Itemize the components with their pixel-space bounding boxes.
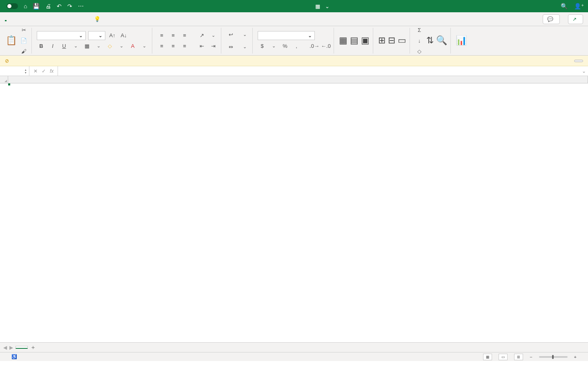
tab-formulas[interactable] bbox=[44, 18, 46, 21]
comma-icon[interactable]: , bbox=[292, 42, 301, 51]
page-break-view-icon[interactable]: ⊞ bbox=[514, 354, 523, 360]
tab-draw[interactable] bbox=[24, 18, 26, 21]
font-size-select[interactable]: ⌄ bbox=[88, 31, 105, 40]
number-format-select[interactable]: ⌄ bbox=[258, 31, 315, 40]
ribbon-tabs: 💡 💬 ↗ bbox=[0, 12, 588, 26]
cancel-formula-icon[interactable]: ✕ bbox=[33, 68, 38, 74]
excel-icon: ▦ bbox=[315, 3, 320, 9]
tab-page-layout[interactable] bbox=[34, 18, 36, 21]
restart-button[interactable] bbox=[574, 60, 583, 62]
zoom-in-button[interactable]: + bbox=[574, 355, 577, 359]
find-select-button[interactable]: 🔍 bbox=[436, 36, 447, 46]
fill-color-icon[interactable]: ◇ bbox=[105, 42, 114, 51]
align-left-icon[interactable]: ≡ bbox=[157, 42, 166, 51]
copy-icon[interactable]: 📄 bbox=[19, 36, 28, 45]
enter-formula-icon[interactable]: ✓ bbox=[42, 68, 46, 74]
tab-data[interactable] bbox=[54, 18, 56, 21]
undo-icon[interactable]: ↶ bbox=[57, 3, 62, 9]
decrease-indent-icon[interactable]: ⇤ bbox=[197, 42, 206, 51]
sheet-prev-icon[interactable]: ◀ bbox=[3, 345, 7, 350]
align-middle-icon[interactable]: ≡ bbox=[169, 31, 178, 40]
comments-button[interactable]: 💬 bbox=[543, 14, 560, 24]
decrease-font-icon[interactable]: A↓ bbox=[119, 31, 128, 40]
status-bar: ♿ ▦ ▭ ⊞ − + bbox=[0, 352, 588, 361]
cut-icon[interactable]: ✂ bbox=[19, 26, 28, 35]
borders-icon[interactable]: ▦ bbox=[82, 42, 91, 51]
fill-icon[interactable]: ↓ bbox=[415, 36, 424, 45]
bold-icon[interactable]: B bbox=[37, 42, 46, 51]
tell-me[interactable]: 💡 bbox=[93, 14, 103, 24]
insert-cells-button[interactable]: ⊞ bbox=[378, 36, 385, 46]
redo-icon[interactable]: ↷ bbox=[67, 3, 72, 9]
name-box[interactable]: ▴▾ bbox=[0, 66, 29, 76]
merge-center-button[interactable]: ⇔ ⌄ bbox=[226, 43, 249, 52]
font-color-icon[interactable]: A bbox=[128, 42, 137, 51]
tab-view[interactable] bbox=[74, 18, 75, 21]
zoom-out-button[interactable]: − bbox=[530, 355, 532, 359]
sort-filter-button[interactable]: ⇅ bbox=[426, 36, 434, 46]
tab-insert[interactable] bbox=[15, 18, 16, 21]
expand-formula-icon[interactable]: ⌄ bbox=[580, 66, 588, 76]
chevron-down-icon: ⌄ bbox=[325, 3, 330, 9]
italic-icon[interactable]: I bbox=[48, 42, 57, 51]
increase-font-icon[interactable]: A↑ bbox=[108, 31, 117, 40]
increase-decimal-icon[interactable]: .0→ bbox=[310, 42, 319, 51]
increase-indent-icon[interactable]: ⇥ bbox=[209, 42, 218, 51]
paste-button[interactable]: 📋 bbox=[6, 36, 17, 46]
save-icon[interactable]: 💾 bbox=[33, 3, 40, 9]
home-icon[interactable]: ⌂ bbox=[24, 3, 27, 9]
analyze-data-button[interactable]: 📊 bbox=[456, 36, 467, 46]
accessibility-status[interactable]: ♿ bbox=[11, 354, 17, 359]
orientation-icon[interactable]: ↗ bbox=[197, 31, 206, 40]
conditional-formatting-button[interactable]: ▦ bbox=[339, 36, 347, 46]
align-center-icon[interactable]: ≡ bbox=[169, 42, 178, 51]
align-bottom-icon[interactable]: ≡ bbox=[180, 31, 189, 40]
tab-home[interactable] bbox=[5, 17, 7, 21]
underline-icon[interactable]: U bbox=[60, 42, 69, 51]
search-icon[interactable]: 🔍 bbox=[561, 3, 568, 9]
spreadsheet-grid[interactable] bbox=[0, 76, 588, 342]
share-menu-icon[interactable]: 👤⁺ bbox=[574, 3, 584, 9]
fx-icon[interactable]: fx bbox=[50, 68, 53, 74]
align-right-icon[interactable]: ≡ bbox=[180, 42, 189, 51]
format-as-table-button[interactable]: ▤ bbox=[350, 36, 359, 46]
delete-cells-button[interactable]: ⊟ bbox=[388, 36, 395, 46]
titlebar: ⌂ 💾 🖨 ↶ ↷ ⋯ ▦ ⌄ 🔍 👤⁺ bbox=[0, 0, 588, 12]
select-all-corner[interactable] bbox=[0, 76, 8, 83]
formula-input[interactable] bbox=[58, 66, 580, 76]
font-name-select[interactable]: ⌄ bbox=[37, 31, 86, 40]
more-icon[interactable]: ⋯ bbox=[78, 3, 84, 9]
share-button[interactable]: ↗ bbox=[568, 14, 583, 24]
formula-bar: ▴▾ ✕ ✓ fx ⌄ bbox=[0, 66, 588, 76]
ribbon: 📋 ✂ 📄 🖌 ⌄ ⌄ A↑ A↓ B I U ⌄ ▦⌄ ◇⌄ A⌄ bbox=[0, 26, 588, 56]
window-title[interactable]: ▦ ⌄ bbox=[84, 3, 561, 9]
percent-icon[interactable]: % bbox=[281, 42, 290, 51]
align-top-icon[interactable]: ≡ bbox=[157, 31, 166, 40]
sheet-next-icon[interactable]: ▶ bbox=[9, 345, 13, 350]
normal-view-icon[interactable]: ▦ bbox=[483, 354, 492, 360]
format-painter-icon[interactable]: 🖌 bbox=[19, 47, 28, 56]
info-icon: ⊘ bbox=[5, 58, 9, 64]
cell-styles-button[interactable]: ▣ bbox=[361, 36, 370, 46]
sheet-tabs: ◀ ▶ ＋ bbox=[0, 342, 588, 352]
page-layout-view-icon[interactable]: ▭ bbox=[499, 354, 508, 360]
clear-icon[interactable]: ◇ bbox=[415, 47, 424, 56]
format-cells-button[interactable]: ▭ bbox=[398, 36, 406, 46]
tab-automate[interactable] bbox=[83, 18, 85, 21]
add-sheet-button[interactable]: ＋ bbox=[30, 344, 36, 351]
tab-review[interactable] bbox=[64, 18, 65, 21]
decrease-decimal-icon[interactable]: ←.0 bbox=[321, 42, 330, 51]
currency-icon[interactable]: $ bbox=[258, 42, 267, 51]
sheet-tab[interactable] bbox=[16, 346, 28, 349]
wrap-text-button[interactable]: ↩ ⌄ bbox=[226, 30, 249, 39]
autosave-toggle[interactable] bbox=[4, 3, 18, 9]
print-icon[interactable]: 🖨 bbox=[45, 3, 51, 9]
update-bar: ⊘ bbox=[0, 56, 588, 66]
autosum-icon[interactable]: Σ bbox=[415, 26, 424, 35]
zoom-slider[interactable] bbox=[539, 356, 568, 358]
